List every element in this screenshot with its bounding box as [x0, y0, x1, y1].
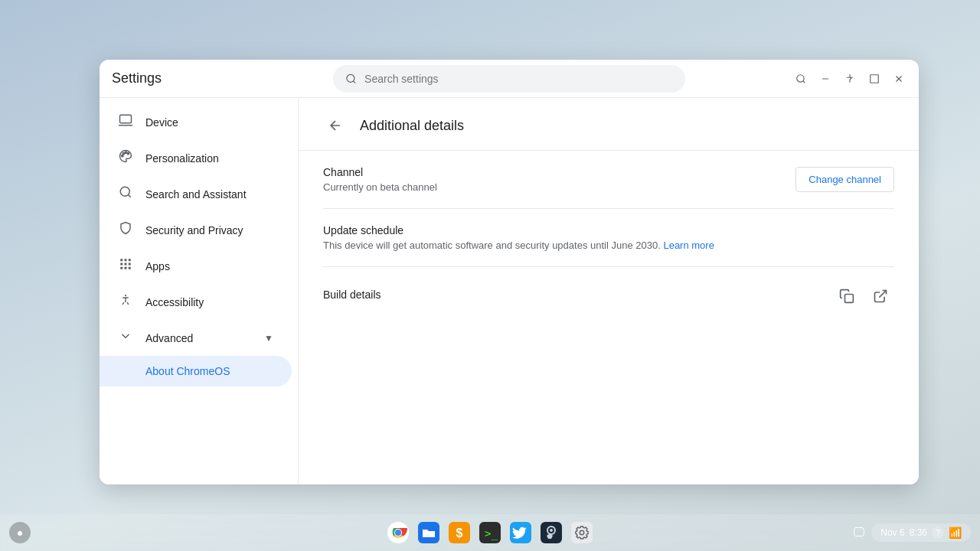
svg-rect-11: [129, 259, 131, 261]
svg-point-1: [797, 74, 804, 81]
search-bar[interactable]: [333, 65, 685, 93]
search-assistant-label: Search and Assistant: [145, 188, 273, 201]
accessibility-label: Accessibility: [145, 296, 273, 308]
chrome-app-icon[interactable]: [384, 519, 412, 546]
sidebar-item-security-privacy[interactable]: Security and Privacy: [100, 212, 292, 248]
update-schedule-row: Update schedule This device will get aut…: [323, 209, 894, 267]
sidebar: Device Personalization: [100, 98, 299, 484]
update-schedule-desc: This device will get automatic software …: [323, 240, 894, 251]
sidebar-item-search-assistant[interactable]: Search and Assistant: [100, 176, 292, 212]
sidebar-item-personalization[interactable]: Personalization: [100, 140, 292, 176]
svg-point-5: [122, 153, 124, 155]
sidebar-item-apps[interactable]: Apps: [100, 248, 292, 284]
taskbar-center: $ >_: [384, 519, 596, 546]
channel-row: Channel Currently on beta channel Change…: [323, 151, 894, 209]
terminal-app-icon[interactable]: >_: [476, 519, 504, 546]
svg-rect-9: [120, 259, 122, 261]
copy-build-button[interactable]: [833, 282, 861, 310]
orange-app-icon[interactable]: $: [446, 519, 473, 546]
taskbar-right: 🖵 Nov 6 8:36 ? 📶: [853, 523, 971, 542]
settings-window: Settings: [100, 60, 919, 484]
sidebar-item-about-chromeos[interactable]: About ChromeOS: [100, 356, 292, 386]
svg-rect-17: [129, 267, 131, 269]
shield-icon: [118, 221, 133, 239]
steam-app-icon[interactable]: [537, 519, 565, 546]
pin-button[interactable]: [839, 68, 861, 90]
help-icon: ?: [932, 527, 944, 539]
advanced-label: Advanced: [145, 332, 252, 344]
chrome-settings-app-icon[interactable]: [568, 519, 596, 546]
launcher-icon[interactable]: ●: [9, 522, 31, 543]
minimize-button[interactable]: [815, 68, 836, 90]
page-title: Additional details: [360, 118, 464, 134]
svg-point-4: [122, 155, 123, 157]
sidebar-item-advanced[interactable]: Advanced ▼: [100, 320, 292, 356]
svg-rect-16: [125, 267, 127, 269]
channel-desc: Currently on beta channel: [323, 181, 795, 193]
close-button[interactable]: [888, 68, 910, 90]
svg-rect-3: [120, 115, 132, 123]
main-area: Device Personalization: [100, 98, 919, 484]
update-schedule-info: Update schedule This device will get aut…: [323, 224, 894, 251]
window-controls: [790, 68, 910, 90]
screen-icon[interactable]: 🖵: [853, 526, 865, 540]
status-area[interactable]: Nov 6 8:36 ? 📶: [871, 523, 971, 542]
title-bar: Settings: [100, 60, 919, 98]
svg-rect-31: [541, 522, 562, 543]
back-button[interactable]: [323, 113, 348, 138]
channel-title: Channel: [323, 166, 795, 178]
apps-icon: [118, 257, 133, 275]
build-details-title: Build details: [323, 289, 833, 301]
svg-point-18: [125, 295, 126, 296]
files-app-icon[interactable]: [415, 519, 443, 546]
close-icon: [893, 73, 904, 84]
sidebar-item-accessibility[interactable]: Accessibility: [100, 284, 292, 320]
search-icon: [345, 73, 357, 85]
minimize-icon: [820, 73, 831, 84]
advanced-chevron-icon: ▼: [264, 333, 273, 344]
search-window-button[interactable]: [790, 68, 812, 90]
laptop-icon: [118, 113, 133, 131]
content-header: Additional details: [299, 98, 919, 151]
content-area: Additional details Channel Currently on …: [299, 98, 919, 484]
apps-label: Apps: [145, 260, 273, 272]
channel-action: Change channel: [795, 167, 894, 192]
svg-text:$: $: [456, 527, 463, 540]
build-details-row: Build details: [323, 267, 894, 325]
svg-point-7: [127, 153, 129, 155]
time-display: 8:36: [910, 527, 927, 538]
svg-point-0: [347, 74, 354, 82]
pin-icon: [844, 73, 855, 84]
maximize-icon: [869, 73, 880, 84]
sidebar-item-device[interactable]: Device: [100, 104, 292, 140]
svg-point-33: [550, 529, 553, 532]
advanced-icon: [118, 329, 133, 347]
svg-rect-34: [571, 522, 593, 543]
taskbar: ● $: [0, 514, 980, 551]
accessibility-icon: [118, 293, 133, 311]
update-schedule-text: This device will get automatic software …: [323, 240, 661, 251]
svg-rect-10: [125, 259, 127, 261]
change-channel-button[interactable]: Change channel: [795, 167, 894, 192]
learn-more-link[interactable]: Learn more: [663, 240, 714, 251]
twitter-app-icon[interactable]: [507, 519, 534, 546]
update-schedule-title: Update schedule: [323, 224, 894, 236]
settings-section: Channel Currently on beta channel Change…: [299, 151, 919, 325]
svg-rect-19: [845, 295, 854, 303]
svg-rect-13: [125, 263, 127, 266]
window-title: Settings: [112, 70, 162, 86]
brush-icon: [118, 149, 133, 167]
channel-info: Channel Currently on beta channel: [323, 166, 795, 193]
search-input[interactable]: [364, 73, 673, 85]
build-details-info: Build details: [323, 289, 833, 304]
svg-rect-2: [871, 74, 879, 83]
svg-line-20: [879, 291, 886, 298]
device-label: Device: [145, 116, 273, 129]
svg-rect-15: [120, 267, 122, 269]
svg-text:>_: >_: [485, 527, 498, 540]
open-build-button[interactable]: [867, 282, 894, 310]
svg-point-8: [120, 187, 129, 196]
date-display: Nov 6: [880, 527, 904, 538]
maximize-button[interactable]: [864, 68, 885, 90]
back-arrow-icon: [328, 118, 343, 133]
